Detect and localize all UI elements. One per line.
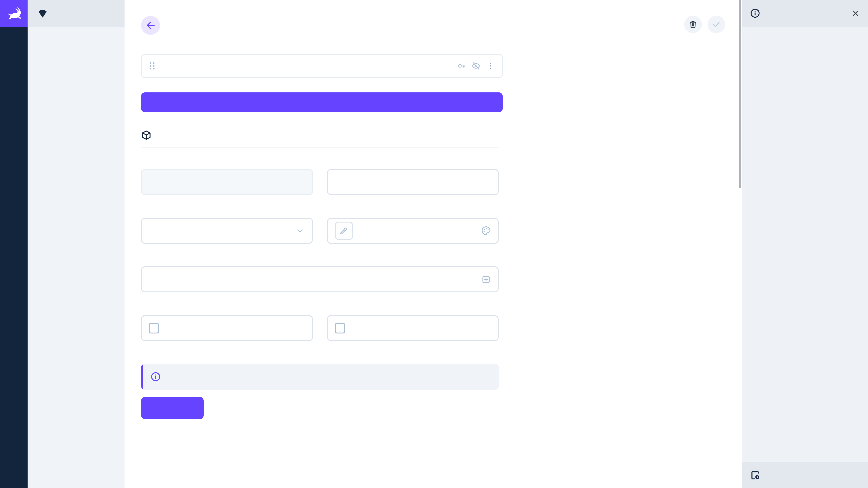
header-actions bbox=[684, 15, 725, 33]
hidden-checkbox[interactable] bbox=[149, 323, 159, 333]
singleton-checkbox-wrap[interactable] bbox=[327, 315, 499, 341]
note-input[interactable] bbox=[335, 177, 491, 187]
close-sidebar-button[interactable] bbox=[851, 8, 860, 18]
delete-collection-button[interactable] bbox=[684, 15, 702, 33]
clipboard-clock-icon bbox=[749, 469, 761, 481]
no-items-banner bbox=[141, 364, 499, 390]
field-row-icons bbox=[457, 61, 495, 71]
color-swatch-button[interactable] bbox=[335, 222, 353, 240]
project-chooser[interactable] bbox=[28, 0, 125, 27]
kebab-menu-icon[interactable] bbox=[486, 61, 495, 71]
app-window bbox=[0, 0, 868, 488]
add-field-plus-icon[interactable] bbox=[481, 274, 491, 285]
icon-field-group bbox=[141, 213, 313, 244]
info-sidebar bbox=[742, 0, 868, 488]
collection-field-group bbox=[141, 164, 313, 195]
rabbit-icon bbox=[5, 5, 22, 22]
hidden-field-group bbox=[141, 310, 313, 341]
back-button[interactable] bbox=[141, 16, 160, 35]
collection-setup-heading bbox=[141, 130, 499, 147]
icon-select-wrap bbox=[141, 218, 313, 244]
info-sidebar-header bbox=[742, 0, 868, 27]
color-input[interactable] bbox=[359, 226, 481, 235]
main-header bbox=[125, 0, 742, 35]
main-scrollbar[interactable] bbox=[739, 0, 741, 188]
trash-icon bbox=[688, 20, 698, 29]
info-circle-icon bbox=[150, 371, 161, 382]
color-field-group bbox=[327, 213, 499, 244]
singleton-checkbox[interactable] bbox=[335, 323, 345, 333]
chevron-down-icon[interactable] bbox=[295, 225, 305, 236]
note-input-wrap bbox=[327, 169, 499, 195]
drag-handle-icon[interactable] bbox=[149, 61, 155, 70]
collection-input[interactable] bbox=[149, 177, 305, 186]
create-field-button[interactable] bbox=[141, 92, 502, 112]
create-new-button[interactable] bbox=[141, 397, 204, 419]
display-template-group bbox=[141, 261, 499, 292]
info-circle-icon bbox=[749, 8, 761, 19]
activity-log-button[interactable] bbox=[742, 462, 868, 488]
field-row-id[interactable] bbox=[141, 54, 502, 78]
module-bar bbox=[0, 0, 28, 488]
eyedropper-icon bbox=[339, 226, 348, 236]
close-icon bbox=[851, 8, 860, 18]
box-icon bbox=[141, 130, 152, 140]
nav-list bbox=[28, 27, 125, 37]
palette-icon[interactable] bbox=[481, 225, 491, 236]
nav-sidebar bbox=[28, 0, 125, 488]
module-bar-spacer bbox=[0, 27, 28, 488]
display-template-input-wrap bbox=[141, 266, 499, 292]
naming-translations-group bbox=[141, 359, 499, 419]
collection-input-wrap bbox=[141, 169, 313, 195]
project-wedge-icon bbox=[37, 8, 48, 19]
arrow-left-icon bbox=[145, 20, 156, 31]
note-field-group bbox=[327, 164, 499, 195]
eye-off-icon[interactable] bbox=[471, 61, 481, 71]
main-content bbox=[125, 0, 742, 488]
hidden-checkbox-wrap[interactable] bbox=[141, 315, 313, 341]
collection-setup-grid bbox=[141, 164, 499, 419]
singleton-field-group bbox=[327, 310, 499, 341]
icon-search-input[interactable] bbox=[149, 226, 295, 235]
directus-logo[interactable] bbox=[0, 0, 28, 27]
save-button[interactable] bbox=[708, 15, 725, 33]
color-input-wrap bbox=[327, 218, 499, 244]
display-template-input[interactable] bbox=[149, 275, 481, 284]
info-sidebar-body bbox=[742, 27, 868, 462]
key-icon[interactable] bbox=[457, 61, 466, 71]
collection-form bbox=[141, 45, 502, 419]
check-icon bbox=[712, 20, 721, 29]
